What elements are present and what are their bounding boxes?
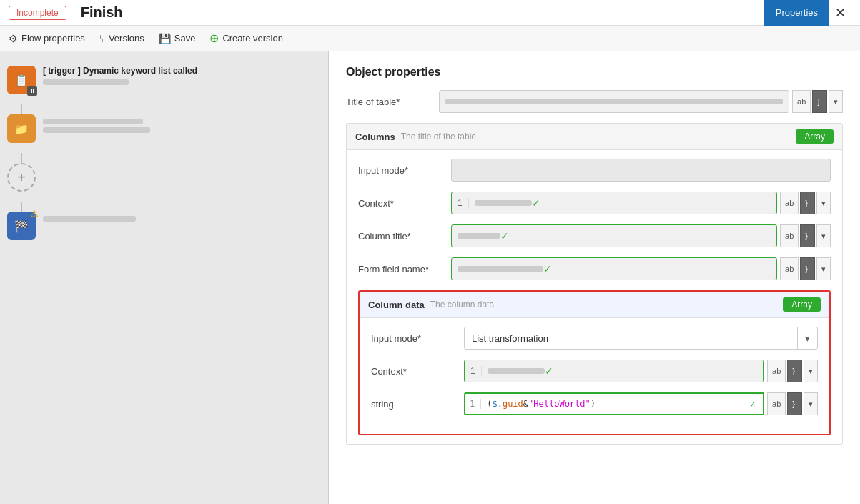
cd-input-mode-row: Input mode* List transformation ▾ (371, 327, 818, 350)
form-field-name-row: Form field name* ✓ ab }: ▾ (358, 257, 831, 280)
context-label: Context* (358, 198, 451, 209)
form-field-name-label: Form field name* (358, 264, 451, 275)
input-mode-row: Input mode* (358, 159, 831, 182)
versions-item[interactable]: ⑂ Versions (99, 33, 144, 44)
section-title: Object properties (346, 66, 843, 79)
create-version-label: Create version (222, 33, 283, 44)
columns-header-sub: The title of the table (401, 132, 476, 142)
node-content-2 (43, 114, 321, 133)
title-braces-btn[interactable]: }: (812, 90, 827, 113)
cd-code-str: "HelloWorld" (528, 399, 590, 409)
cd-context-btn-group: ab }: ▾ (767, 360, 818, 382)
page-title: Finish (81, 4, 764, 21)
ffn-chevron-btn[interactable]: ▾ (816, 257, 831, 280)
add-node-button[interactable]: + (7, 163, 36, 192)
right-panel: Object properties Title of table* ab }: … (329, 51, 860, 504)
title-btn-group: ab }: ▾ (792, 90, 843, 113)
node-icon-3[interactable]: 🏁 ⚠ (7, 212, 36, 240)
cd-code-close: ) (590, 399, 595, 409)
pause-badge: ⏸ (27, 86, 37, 96)
save-item[interactable]: 💾 Save (159, 33, 196, 44)
versions-icon: ⑂ (99, 33, 105, 44)
flow-node-1: 📋 ⏸ [ trigger ] Dynamic keyword list cal… (7, 66, 321, 94)
cd-context-input[interactable]: 1 ✓ (464, 360, 764, 382)
flow-node-2: 📁 (7, 114, 321, 143)
ffn-ab-btn[interactable]: ab (780, 257, 799, 280)
col-title-fill (458, 233, 500, 239)
flow-node-3: 🏁 ⚠ (7, 212, 321, 240)
title-of-table-label: Title of table* (346, 97, 439, 107)
main-layout: 📋 ⏸ [ trigger ] Dynamic keyword list cal… (0, 51, 860, 504)
node-content-1: [ trigger ] Dynamic keyword list called (43, 66, 321, 85)
cd-context-fill (488, 368, 545, 374)
col-title-braces-btn[interactable]: }: (800, 224, 815, 247)
cd-input-mode-label: Input mode* (371, 333, 464, 344)
cd-context-label: Context* (371, 366, 464, 377)
cd-context-chevron-btn[interactable]: ▾ (804, 360, 818, 382)
cd-input-mode-arrow[interactable]: ▾ (797, 327, 817, 349)
ffn-braces-btn[interactable]: }: (800, 257, 815, 280)
col-title-btn-group: ab }: ▾ (780, 224, 831, 247)
column-title-label: Column title* (358, 231, 451, 242)
node-subtitle-1 (43, 79, 129, 85)
properties-button[interactable]: Properties (764, 0, 829, 26)
col-title-check-icon: ✓ (500, 230, 509, 242)
column-title-input[interactable]: ✓ (451, 224, 777, 247)
flow-properties-icon: ⚙ (9, 33, 18, 44)
col-title-ab-btn[interactable]: ab (780, 224, 799, 247)
node-connector-2 (21, 153, 22, 163)
context-fill (475, 200, 532, 206)
context-check-icon: ✓ (532, 197, 540, 209)
context-input[interactable]: 1 ✓ (451, 192, 777, 214)
node-title-1: [ trigger ] Dynamic keyword list called (43, 66, 321, 76)
context-braces-btn[interactable]: }: (800, 192, 815, 214)
node-icon-1[interactable]: 📋 ⏸ (7, 66, 36, 94)
cd-string-check-icon: ✓ (750, 398, 756, 410)
cd-code-open: ($. (487, 399, 503, 409)
flow-properties-label: Flow properties (21, 33, 85, 44)
context-chevron-btn[interactable]: ▾ (816, 192, 831, 214)
create-version-item[interactable]: ⊕ Create version (209, 31, 283, 45)
ffn-check-icon: ✓ (543, 263, 552, 275)
title-of-table-row: Title of table* ab }: ▾ (346, 90, 843, 113)
column-data-body: Input mode* List transformation ▾ Contex… (360, 318, 829, 434)
cd-string-label: string (371, 399, 464, 410)
columns-array-btn[interactable]: Array (796, 129, 834, 144)
input-mode-select[interactable] (451, 159, 831, 182)
cd-string-chevron-btn[interactable]: ▾ (804, 392, 818, 415)
title-ab-btn[interactable]: ab (792, 90, 811, 113)
columns-section: Columns The title of the table Array Inp… (346, 123, 843, 445)
cd-context-check-icon: ✓ (545, 365, 553, 377)
node-icon-2[interactable]: 📁 (7, 114, 36, 143)
cd-input-mode-dropdown[interactable]: List transformation ▾ (464, 327, 818, 350)
top-bar: Incomplete Finish Properties ✕ (0, 0, 860, 26)
close-button[interactable]: ✕ (829, 0, 851, 26)
cd-context-ab-btn[interactable]: ab (767, 360, 786, 382)
incomplete-badge[interactable]: Incomplete (9, 6, 66, 20)
cd-string-btn-group: ab }: ▾ (767, 392, 818, 415)
title-input-fill (445, 99, 783, 104)
node-subtitle-3a (43, 216, 136, 222)
context-ab-btn[interactable]: ab (780, 192, 799, 214)
cd-string-ab-btn[interactable]: ab (767, 392, 786, 415)
cd-context-num: 1 (470, 366, 482, 376)
title-of-table-input[interactable] (439, 90, 789, 113)
left-panel: 📋 ⏸ [ trigger ] Dynamic keyword list cal… (0, 51, 329, 504)
cd-context-braces-btn[interactable]: }: (787, 360, 802, 382)
column-data-section: Column data The column data Array Input … (358, 290, 831, 435)
flag-icon: 🏁 (14, 219, 29, 233)
col-title-chevron-btn[interactable]: ▾ (816, 224, 831, 247)
form-field-name-input[interactable]: ✓ (451, 257, 777, 280)
flow-properties-item[interactable]: ⚙ Flow properties (9, 33, 85, 44)
title-chevron-btn[interactable]: ▾ (829, 90, 843, 113)
cd-string-braces-btn[interactable]: }: (787, 392, 802, 415)
column-data-array-btn[interactable]: Array (783, 297, 821, 312)
columns-body: Input mode* Context* 1 ✓ ab }: ▾ (347, 150, 842, 444)
node-subtitle-2a (43, 119, 143, 124)
toolbar: ⚙ Flow properties ⑂ Versions 💾 Save ⊕ Cr… (0, 26, 860, 51)
cd-string-input[interactable]: 1 ($.guid&"HelloWorld") ✓ (464, 392, 764, 415)
column-data-header: Column data The column data Array (360, 292, 829, 318)
node-icon-symbol: 📋 (14, 74, 29, 87)
columns-header: Columns The title of the table Array (347, 124, 842, 150)
versions-label: Versions (109, 33, 144, 44)
